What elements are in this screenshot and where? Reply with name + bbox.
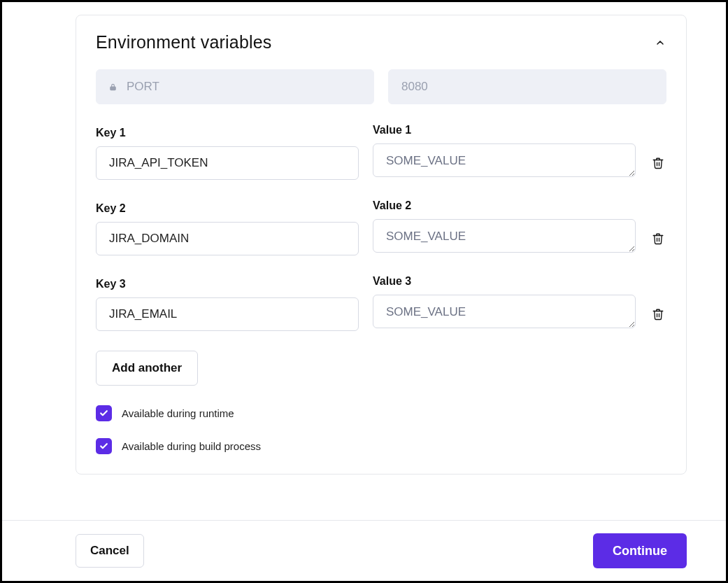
chevron-up-icon[interactable]: [654, 36, 666, 49]
value-input[interactable]: SOME_VALUE: [373, 219, 636, 253]
svg-rect-0: [110, 87, 115, 90]
checkbox-runtime-row: Available during runtime: [96, 405, 666, 421]
trash-icon: [652, 232, 664, 246]
trash-icon: [652, 307, 664, 321]
value-label: Value 3: [373, 275, 636, 288]
env-row: Key 1 Value 1 SOME_VALUE: [96, 124, 666, 180]
env-row: Key 2 Value 2 SOME_VALUE: [96, 199, 666, 255]
env-row: Key 3 Value 3 SOME_VALUE: [96, 275, 666, 331]
example-row: PORT 8080: [96, 69, 666, 104]
panel-header: Environment variables: [96, 32, 666, 52]
delete-row-button[interactable]: [650, 222, 666, 255]
value-label: Value 1: [373, 124, 636, 136]
value-input[interactable]: SOME_VALUE: [373, 143, 636, 177]
delete-row-button[interactable]: [650, 146, 666, 180]
check-icon: [99, 442, 108, 451]
checkbox-build-row: Available during build process: [96, 438, 666, 454]
checkbox-build-label[interactable]: Available during build process: [122, 440, 261, 452]
example-value: 8080: [388, 69, 666, 104]
value-input[interactable]: SOME_VALUE: [373, 295, 636, 328]
example-key: PORT: [96, 69, 374, 104]
value-label: Value 2: [373, 199, 636, 212]
add-another-button[interactable]: Add another: [96, 351, 198, 386]
env-vars-panel: Environment variables PORT 8080 Key 1: [76, 15, 687, 475]
cancel-button[interactable]: Cancel: [76, 534, 144, 568]
trash-icon: [652, 156, 664, 170]
example-key-text: PORT: [127, 80, 159, 94]
checkbox-build[interactable]: [96, 438, 112, 454]
key-input[interactable]: [96, 222, 359, 255]
key-label: Key 2: [96, 202, 359, 215]
key-input[interactable]: [96, 297, 359, 331]
example-value-text: 8080: [401, 80, 428, 94]
delete-row-button[interactable]: [650, 297, 666, 331]
panel-title: Environment variables: [96, 32, 272, 52]
checkbox-runtime-label[interactable]: Available during runtime: [122, 407, 234, 419]
lock-icon: [109, 83, 117, 92]
checkbox-runtime[interactable]: [96, 405, 112, 421]
footer: Cancel Continue: [2, 520, 726, 581]
key-input[interactable]: [96, 146, 359, 180]
check-icon: [99, 409, 108, 418]
key-label: Key 1: [96, 127, 359, 139]
continue-button[interactable]: Continue: [593, 533, 687, 568]
key-label: Key 3: [96, 278, 359, 290]
